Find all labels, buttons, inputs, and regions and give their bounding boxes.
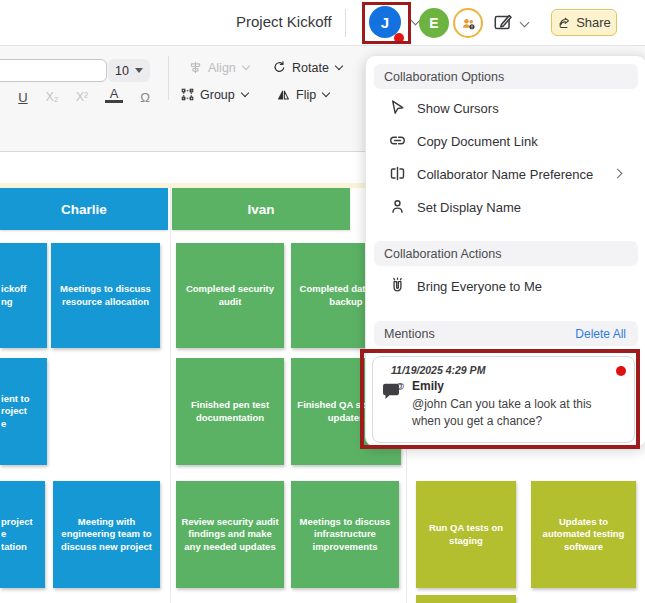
person-icon <box>388 197 407 216</box>
mention-bubble-icon: @ <box>380 380 406 404</box>
sticky-note[interactable]: Updates to automated testing software <box>531 481 636 588</box>
flip-label: Flip <box>296 88 316 102</box>
menu-section-header: Collaboration Options <box>374 64 638 89</box>
flip-icon <box>276 87 291 102</box>
subscript-button[interactable]: X₂ <box>42 86 62 108</box>
notification-dot <box>394 33 404 43</box>
collaboration-menu: Collaboration Options Show Cursors Copy … <box>365 55 645 447</box>
menu-section-header-mentions: Mentions Delete All <box>374 321 638 346</box>
font-size-dropdown[interactable]: 10 <box>108 59 150 82</box>
menu-item-set-display-name[interactable]: Set Display Name <box>366 193 638 221</box>
group-button[interactable]: Group <box>180 87 248 102</box>
title-bar: Project Kickoff <box>0 0 645 46</box>
align-label: Align <box>208 61 236 75</box>
document-title[interactable]: Project Kickoff <box>236 13 332 30</box>
delete-all-link[interactable]: Delete All <box>575 327 626 341</box>
column-header-ivan[interactable]: Ivan <box>172 188 350 230</box>
rotate-icon <box>272 60 287 75</box>
chevron-down-icon <box>322 89 330 97</box>
align-icon <box>188 60 203 75</box>
people-group-icon <box>459 14 478 33</box>
chevron-down-icon <box>335 62 343 70</box>
column-divider <box>170 183 171 603</box>
column-header-charlie[interactable]: Charlie <box>0 188 168 230</box>
special-characters-button[interactable]: Ω <box>136 86 154 108</box>
sticky-note[interactable]: Review security audit findings and make … <box>176 481 284 588</box>
underline-button[interactable]: U <box>14 86 32 108</box>
caret-down-icon <box>135 68 143 73</box>
sticky-note[interactable]: Meetings to discuss resource allocation <box>51 243 160 348</box>
link-icon <box>388 131 407 150</box>
menu-item-label: Show Cursors <box>417 101 499 116</box>
menu-item-bring-everyone-to-me[interactable]: Bring Everyone to Me <box>366 272 638 300</box>
cursor-icon <box>388 98 407 117</box>
avatar-emily[interactable]: E <box>419 8 449 38</box>
menu-item-copy-document-link[interactable]: Copy Document Link <box>366 127 638 155</box>
menu-item-show-cursors[interactable]: Show Cursors <box>366 94 638 122</box>
font-family-input[interactable] <box>0 59 107 82</box>
sticky-note[interactable]: ient to roject e <box>0 358 47 465</box>
menu-item-label: Set Display Name <box>417 200 521 215</box>
app-window: Charlie Ivan ickoff ng Meetings to discu… <box>0 0 645 603</box>
share-button[interactable]: Share <box>551 9 617 36</box>
annotate-button[interactable] <box>492 11 516 35</box>
sticky-note[interactable]: Meetings to discuss infrastructure impro… <box>291 481 399 588</box>
menu-item-label: Copy Document Link <box>417 134 538 149</box>
mention-notification-card[interactable]: 11/19/2025 4:29 PM @ Emily @john Can you… <box>372 356 635 443</box>
chevron-down-icon <box>241 89 249 97</box>
chevron-right-icon <box>613 169 623 179</box>
align-button[interactable]: Align <box>188 60 249 75</box>
superscript-button[interactable]: X² <box>72 86 92 108</box>
flip-button[interactable]: Flip <box>276 87 329 102</box>
menu-section-header: Collaboration Actions <box>374 241 638 266</box>
menu-item-label: Collaborator Name Preference <box>417 167 593 182</box>
collaborators-button[interactable] <box>453 8 483 38</box>
mention-author: Emily <box>412 379 444 393</box>
mention-timestamp: 11/19/2025 4:29 PM <box>391 364 485 376</box>
toolbar-divider <box>168 56 169 100</box>
name-badge-icon <box>388 164 407 183</box>
rotate-label: Rotate <box>292 61 329 75</box>
share-icon <box>557 16 571 30</box>
unread-dot <box>616 366 626 376</box>
rotate-button[interactable]: Rotate <box>272 60 342 75</box>
sticky-note[interactable]: Meeting with engineering team to discuss… <box>53 481 160 588</box>
mentions-header-label: Mentions <box>384 327 435 341</box>
share-label: Share <box>576 15 611 30</box>
font-color-button[interactable]: A <box>105 86 123 103</box>
sticky-note[interactable]: project e tation <box>0 481 45 588</box>
magnet-icon <box>388 276 407 295</box>
sticky-note[interactable] <box>416 595 516 603</box>
sticky-note[interactable]: Completed security audit <box>176 243 284 348</box>
sticky-note[interactable]: ickoff ng <box>0 243 47 348</box>
svg-text:@: @ <box>396 381 405 391</box>
titlebar-divider <box>345 9 346 37</box>
font-size-value: 10 <box>115 64 129 78</box>
menu-item-collaborator-name-preference[interactable]: Collaborator Name Preference <box>366 160 638 188</box>
mention-message: @john Can you take a look at this when y… <box>412 396 627 431</box>
chevron-down-icon <box>242 62 250 70</box>
group-icon <box>180 87 195 102</box>
menu-item-label: Bring Everyone to Me <box>417 279 542 294</box>
group-label: Group <box>200 88 235 102</box>
sticky-note[interactable]: Run QA tests on staging <box>416 481 516 588</box>
sticky-note[interactable]: Finished pen test documentation <box>176 358 284 465</box>
